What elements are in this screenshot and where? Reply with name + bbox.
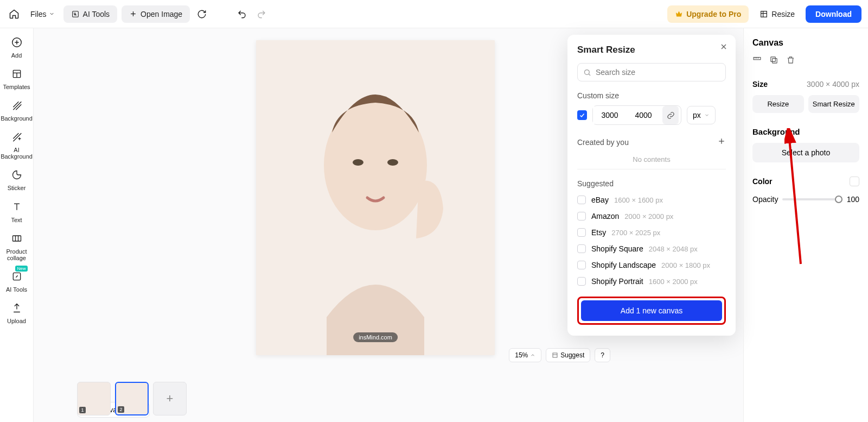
suggested-dims: 1600 × 2000 px (649, 278, 698, 286)
sidebar-item-ai-background[interactable]: AI Background (1, 129, 33, 160)
sidebar-label: Background (1, 115, 33, 122)
suggested-item[interactable]: eBay1600 × 1600 px (577, 196, 726, 204)
ruler-icon[interactable] (752, 55, 762, 67)
sidebar-item-templates[interactable]: Templates (1, 66, 33, 90)
topbar-resize-button[interactable]: Resize (753, 5, 801, 23)
opacity-value: 100 (847, 195, 859, 204)
smart-resize-panel: Smart Resize Custom size px Created by y… (567, 35, 736, 336)
color-swatch[interactable] (850, 177, 859, 186)
svg-rect-29 (773, 59, 777, 64)
suggested-item[interactable]: Shopify Portrait1600 × 2000 px (577, 277, 726, 286)
suggested-checkbox[interactable] (577, 228, 586, 237)
suggested-dims: 2000 × 2000 px (624, 212, 673, 221)
suggested-name: Amazon (591, 212, 619, 221)
ai-tools-button[interactable]: AI Tools (63, 5, 118, 23)
portrait-placeholder (256, 40, 495, 355)
zoom-value[interactable]: 15% (509, 348, 541, 362)
sidebar-item-text[interactable]: Text (1, 199, 33, 223)
thumb-add[interactable]: + (153, 382, 187, 415)
svg-point-24 (585, 70, 590, 74)
width-input[interactable] (593, 106, 627, 124)
custom-checkbox[interactable] (577, 110, 587, 120)
files-label: Files (30, 10, 47, 18)
collage-icon (9, 231, 24, 246)
trash-icon[interactable] (786, 55, 795, 67)
add-canvas-highlight: Add 1 new canvas (577, 297, 726, 325)
suggested-dims: 2048 × 2048 px (649, 245, 698, 253)
size-label: Size (752, 80, 768, 89)
sidebar-label: Text (11, 217, 22, 223)
thumb-1[interactable]: 1 (77, 382, 111, 415)
suggested-checkbox[interactable] (577, 196, 586, 204)
select-photo-button[interactable]: Select a photo (752, 143, 859, 162)
sidebar-label: Product collage (1, 248, 33, 261)
suggested-checkbox[interactable] (577, 277, 586, 286)
download-button[interactable]: Download (806, 5, 861, 23)
home-button[interactable] (7, 7, 22, 22)
suggested-checkbox[interactable] (577, 244, 586, 253)
open-image-button[interactable]: Open Image (122, 5, 190, 23)
zoom-bar: 15% Suggest ? (509, 348, 610, 362)
suggested-checkbox[interactable] (577, 261, 586, 269)
resize-button[interactable]: Resize (752, 95, 804, 113)
svg-line-25 (589, 74, 590, 75)
color-label: Color (752, 177, 773, 186)
sidebar-label: Add (11, 52, 22, 59)
rbar-title: Canvas (752, 38, 859, 48)
plus-circle-icon (9, 35, 24, 50)
top-bar: Files AI Tools Open Image Upgrade to Pro… (0, 0, 868, 28)
copy-icon[interactable] (769, 55, 778, 67)
close-icon[interactable] (719, 42, 728, 53)
smart-resize-button[interactable]: Smart Resize (808, 95, 860, 113)
opacity-slider[interactable] (782, 198, 842, 200)
search-input[interactable] (596, 68, 720, 77)
svg-rect-3 (761, 11, 767, 17)
sidebar-item-upload[interactable]: Upload (1, 300, 33, 324)
dimension-inputs (592, 105, 681, 125)
suggested-dims: 1600 × 1600 px (614, 196, 663, 204)
custom-size-label: Custom size (577, 91, 726, 100)
sidebar-label: Templates (3, 84, 30, 90)
sidebar-item-ai-tools[interactable]: New AI Tools (1, 269, 33, 293)
height-input[interactable] (627, 106, 660, 124)
sync-icon[interactable] (194, 7, 209, 22)
left-toolbar: Add Templates Background AI Background S… (0, 28, 34, 422)
sidebar-label: Upload (7, 318, 26, 324)
thumb-2[interactable]: 2 (115, 382, 149, 415)
help-button[interactable]: ? (595, 348, 610, 362)
suggested-name: Shopify Landscape (591, 261, 656, 269)
suggested-dims: 2000 × 1800 px (661, 261, 710, 269)
canvas-image[interactable]: insMind.com (256, 40, 495, 355)
suggested-item[interactable]: Shopify Square2048 × 2048 px (577, 244, 726, 253)
svg-rect-28 (754, 58, 761, 60)
link-dims-button[interactable] (662, 106, 679, 124)
redo-button[interactable] (254, 7, 269, 22)
upgrade-label: Upgrade to Pro (686, 10, 741, 18)
sidebar-label: Sticker (8, 185, 26, 191)
canvas-properties: Canvas Size 3000 × 4000 px Resize Smart … (743, 28, 868, 422)
files-menu[interactable]: Files (26, 7, 59, 22)
suggested-checkbox[interactable] (577, 212, 586, 221)
suggested-item[interactable]: Amazon2000 × 2000 px (577, 212, 726, 221)
no-contents: No contents (577, 155, 726, 169)
undo-button[interactable] (234, 7, 250, 22)
add-created-button[interactable] (717, 137, 726, 148)
suggest-button[interactable]: Suggest (546, 348, 590, 362)
search-size[interactable] (577, 63, 726, 81)
sidebar-item-background[interactable]: Background (1, 98, 33, 122)
unit-select[interactable]: px (687, 106, 716, 124)
ai-tools-label: AI Tools (83, 10, 110, 18)
svg-point-19 (387, 159, 398, 166)
svg-rect-12 (12, 236, 21, 241)
topbar-resize-label: Resize (771, 10, 795, 18)
background-label: Background (752, 127, 859, 136)
upgrade-button[interactable]: Upgrade to Pro (667, 5, 749, 23)
open-image-label: Open Image (141, 10, 182, 18)
new-badge: New (15, 266, 27, 272)
sidebar-item-collage[interactable]: Product collage (1, 231, 33, 261)
sidebar-item-sticker[interactable]: Sticker (1, 167, 33, 191)
sidebar-item-add[interactable]: Add (1, 35, 33, 59)
add-canvas-button[interactable]: Add 1 new canvas (581, 300, 722, 321)
suggested-item[interactable]: Shopify Landscape2000 × 1800 px (577, 261, 726, 269)
suggested-item[interactable]: Etsy2700 × 2025 px (577, 228, 726, 237)
